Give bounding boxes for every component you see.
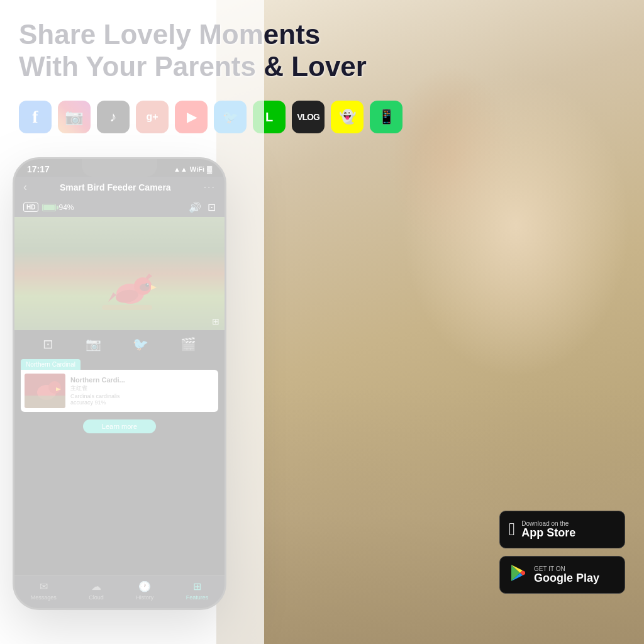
app-store-name: App Store — [521, 527, 575, 540]
left-overlay — [0, 0, 264, 644]
snapchat-icon[interactable]: 👻 — [331, 101, 364, 133]
google-play-badge[interactable]: GET IT ON Google Play — [499, 556, 625, 594]
google-play-name: Google Play — [534, 572, 599, 585]
whatsapp-icon[interactable]: 📱 — [370, 101, 402, 133]
app-store-subtitle: Download on the — [521, 520, 575, 527]
vlog-icon[interactable]: VLOG — [292, 101, 325, 133]
google-play-icon — [509, 564, 528, 586]
google-play-subtitle: GET IT ON — [534, 565, 599, 572]
app-store-text: Download on the App Store — [521, 520, 575, 540]
store-badges:  Download on the App Store GET IT ON Go… — [499, 511, 625, 594]
google-play-text: GET IT ON Google Play — [534, 565, 599, 585]
apple-icon:  — [509, 519, 515, 540]
app-store-badge[interactable]:  Download on the App Store — [499, 511, 625, 548]
